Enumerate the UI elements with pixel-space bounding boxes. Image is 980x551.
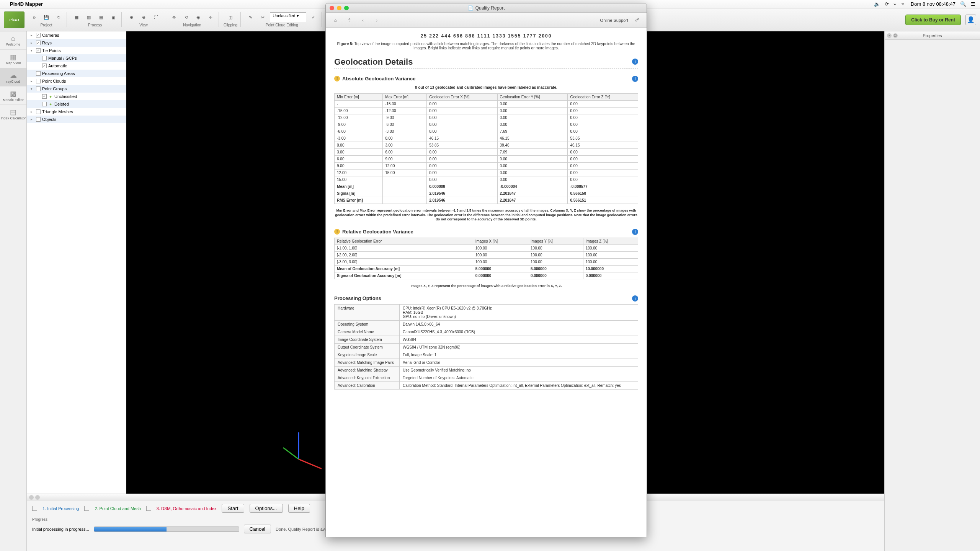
step2-label[interactable]: 2. Point Cloud and Mesh — [95, 506, 140, 511]
tool-zoomout-icon[interactable]: ⊖ — [139, 12, 149, 22]
subsection-relative: !Relative Geolocation Variancei — [334, 229, 638, 235]
bar-close-icon[interactable] — [29, 495, 34, 500]
tool-edit1-icon[interactable]: ✎ — [245, 12, 255, 22]
tool-fly-icon[interactable]: ✈ — [206, 12, 216, 22]
tree-item[interactable]: ▸✓Cameras — [27, 31, 126, 39]
step1-checkbox[interactable] — [32, 506, 37, 511]
tool-process2-icon[interactable]: ▥ — [84, 12, 94, 22]
info-icon[interactable]: i — [632, 229, 638, 235]
tool-reload-icon[interactable]: ↻ — [54, 12, 64, 22]
tree-item[interactable]: ✓●Unclassified — [27, 93, 126, 100]
info-icon[interactable]: i — [632, 76, 638, 82]
cancel-button[interactable]: Cancel — [244, 525, 271, 533]
toolgroup-process: ▦ ▥ ▤ ▣ Process — [69, 12, 122, 27]
tree-item[interactable]: ●Deleted — [27, 100, 126, 108]
svg-line-2 — [299, 459, 322, 469]
start-button[interactable]: Start — [222, 504, 244, 513]
tool-apply-icon[interactable]: ✓ — [309, 12, 318, 22]
report-titlebar[interactable]: 📄Quality Report — [326, 3, 647, 13]
minimize-icon[interactable] — [337, 6, 341, 10]
export-icon[interactable]: ⇪ — [344, 15, 354, 25]
relative-variance-table: Relative Geolocation ErrorImages X [%]Im… — [334, 238, 638, 279]
step1-label[interactable]: 1. Initial Processing — [42, 506, 79, 511]
buy-rent-button[interactable]: Click to Buy or Rent — [905, 15, 961, 25]
tree-item[interactable]: Manual / GCPs — [27, 54, 126, 62]
app-logo: Pix4D — [4, 11, 24, 28]
tool-zoomin-icon[interactable]: ⊕ — [126, 12, 136, 22]
report-body[interactable]: 25 222 444 666 888 1111 1333 1555 1777 2… — [326, 28, 647, 537]
tree-item[interactable]: ▾Point Groups — [27, 85, 126, 93]
tree-item[interactable]: ▸✓Rays — [27, 39, 126, 47]
toolgroup-pointcloud: ✎ ✂ Unclassified ▾ ✓ Point Cloud Editing — [242, 12, 322, 27]
rail-index[interactable]: ▤Index Calculator — [0, 105, 26, 123]
tool-process1-icon[interactable]: ▦ — [72, 12, 82, 22]
tree-item[interactable]: ▸Objects — [27, 116, 126, 123]
tool-fit-icon[interactable]: ⛶ — [151, 12, 161, 22]
step2-checkbox[interactable] — [84, 506, 89, 511]
rail-mapview[interactable]: ▦Map View — [0, 50, 26, 68]
relative-footnote: Images X, Y, Z represent the percentage … — [334, 284, 638, 289]
calculator-icon: ▤ — [10, 108, 16, 116]
clock[interactable]: Dom 8 nov 08:48:47 — [911, 1, 956, 7]
spotlight-icon[interactable]: 🔍 — [960, 1, 966, 7]
rail-raycloud[interactable]: ☁rayCloud — [0, 68, 26, 86]
volume-icon[interactable]: 🔈 — [874, 1, 880, 7]
tool-process3-icon[interactable]: ▤ — [96, 12, 106, 22]
absolute-variance-table: Min Error [m]Max Error [m]Geolocation Er… — [334, 93, 638, 204]
help-button[interactable]: Help — [288, 504, 310, 513]
step3-checkbox[interactable] — [146, 506, 151, 511]
classification-dropdown[interactable]: Unclassified ▾ — [270, 12, 306, 22]
tool-pan-icon[interactable]: ✥ — [169, 12, 179, 22]
quality-report-window: 📄Quality Report ⌂ ⇪ ‹ › Online Support ☍… — [325, 3, 647, 537]
user-icon[interactable]: 👤 — [965, 15, 976, 25]
support-icon[interactable]: ☍ — [632, 15, 642, 25]
forward-icon[interactable]: › — [372, 15, 382, 25]
home-icon: ⌂ — [11, 34, 15, 42]
tree-item[interactable]: ▸Triangle Meshes — [27, 108, 126, 116]
toolgroup-project: ⎋ 💾 ↻ Project — [26, 12, 67, 27]
processing-options-table: HardwareCPU: Intel(R) Xeon(R) CPU E5-162… — [334, 304, 638, 390]
tool-open-icon[interactable]: ⎋ — [29, 12, 39, 22]
tree-item[interactable]: ▾✓Tie Points — [27, 47, 126, 54]
step3-label[interactable]: 3. DSM, Orthomosaic and Index — [157, 506, 217, 511]
info-icon[interactable]: i — [632, 295, 638, 302]
tool-process4-icon[interactable]: ▣ — [108, 12, 118, 22]
bar-detach-icon[interactable] — [35, 495, 40, 500]
online-support-link[interactable]: Online Support — [600, 18, 628, 23]
options-button[interactable]: Options... — [250, 504, 283, 513]
tree-item[interactable]: Processing Areas — [27, 70, 126, 77]
tool-clip-icon[interactable]: ◫ — [225, 12, 235, 22]
warning-icon: ! — [334, 229, 340, 235]
tree-item[interactable]: ▸Point Clouds — [27, 77, 126, 85]
tool-edit2-icon[interactable]: ✂ — [258, 12, 268, 22]
left-rail: ⌂Welcome ▦Map View ☁rayCloud ▩Mosaic Edi… — [0, 31, 27, 551]
home-icon[interactable]: ⌂ — [330, 15, 340, 25]
back-icon[interactable]: ‹ — [358, 15, 368, 25]
menu-icon[interactable]: ☰ — [971, 1, 975, 7]
panel-close-icon[interactable]: × — [887, 33, 892, 38]
absolute-note: 0 out of 13 geolocated and calibrated im… — [334, 85, 638, 90]
rail-welcome[interactable]: ⌂Welcome — [0, 31, 26, 50]
tool-rotate-icon[interactable]: ⟲ — [181, 12, 191, 22]
tool-orbit-icon[interactable]: ◉ — [193, 12, 203, 22]
tree-item[interactable]: ✓Automatic — [27, 62, 126, 70]
report-toolbar: ⌂ ⇪ ‹ › Online Support ☍ — [326, 13, 647, 28]
info-icon[interactable]: i — [632, 59, 638, 65]
close-icon[interactable] — [330, 6, 334, 10]
bluetooth-icon[interactable]: ⌁ — [893, 1, 897, 7]
mosaic-icon: ▩ — [10, 90, 16, 98]
wifi-icon[interactable]: ᯤ — [901, 1, 906, 7]
zoom-icon[interactable] — [344, 6, 349, 10]
warning-icon: ! — [334, 76, 340, 82]
properties-panel: ×▢ Properties — [884, 31, 980, 551]
app-name[interactable]: Pix4D Mapper — [10, 1, 43, 7]
layer-tree[interactable]: ▸✓Cameras▸✓Rays▾✓Tie PointsManual / GCPs… — [27, 31, 126, 551]
tool-save-icon[interactable]: 💾 — [41, 12, 51, 22]
sync-icon[interactable]: ⟳ — [885, 1, 889, 7]
subsection-absolute: !Absolute Geolocation Variancei — [334, 76, 638, 82]
panel-detach-icon[interactable]: ▢ — [893, 33, 898, 38]
toolgroup-clipping: ◫ Clipping — [220, 12, 241, 27]
svg-line-1 — [283, 448, 299, 459]
rail-mosaic[interactable]: ▩Mosaic Editor — [0, 86, 26, 105]
toolgroup-view: ⊕ ⊖ ⛶ View — [123, 12, 164, 27]
